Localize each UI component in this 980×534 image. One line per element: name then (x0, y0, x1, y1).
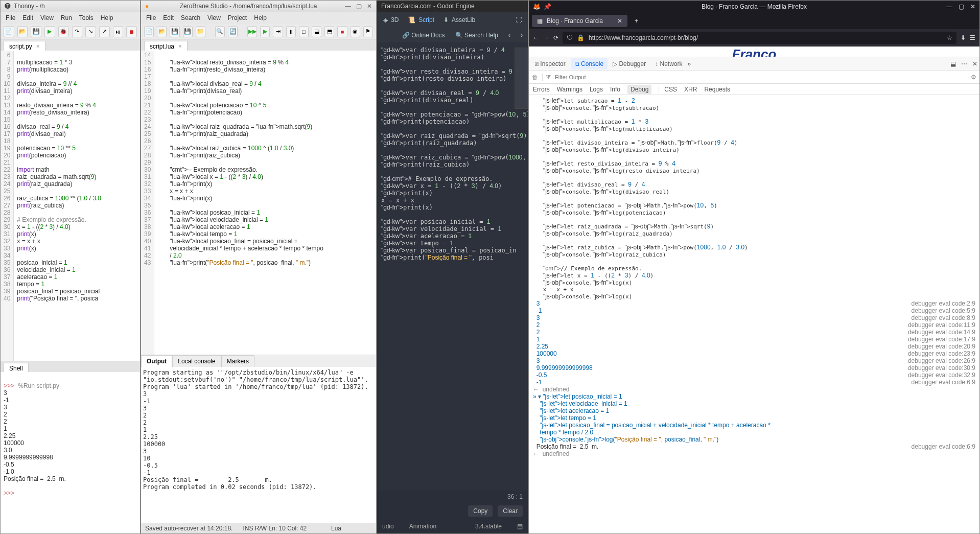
cat-requests[interactable]: Requests (704, 86, 730, 93)
menu-file[interactable]: File (146, 14, 156, 21)
step-into-icon[interactable]: ↘ (85, 26, 96, 37)
zb-local-console-tab[interactable]: Local console (172, 355, 221, 367)
minimap[interactable] (515, 48, 528, 109)
close-icon[interactable]: × (178, 43, 182, 50)
zb-titlebar[interactable]: ● ZeroBrane Studio - /home/franco/tmp/lu… (141, 1, 376, 12)
panel-icon[interactable]: ▤ (517, 523, 523, 530)
step-into-icon[interactable]: ⬓ (312, 26, 321, 37)
menu-file[interactable]: File (6, 14, 15, 21)
replace-icon[interactable]: 🔄 (228, 26, 238, 37)
dt-tab-debugger[interactable]: ▷ Debugger (609, 58, 650, 69)
run-icon[interactable]: ▶ (44, 26, 55, 37)
close-icon[interactable]: ✕ (367, 3, 372, 10)
break-icon[interactable]: ⏸ (286, 26, 296, 37)
minimize-icon[interactable]: — (946, 3, 952, 10)
menu-icon[interactable]: ☰ (970, 34, 975, 41)
cat-logs[interactable]: Logs (590, 86, 603, 93)
godot-script-tab[interactable]: 📜 Script (408, 16, 434, 24)
open-file-icon[interactable]: 📂 (157, 26, 167, 37)
more-tabs-icon[interactable]: » (688, 60, 691, 67)
step-out-icon[interactable]: ⬒ (324, 26, 334, 37)
distraction-free-icon[interactable]: ⛶ (516, 16, 522, 24)
stop-icon[interactable]: ⏹ (126, 26, 137, 37)
audio-tab[interactable]: udio (382, 523, 394, 530)
zb-code[interactable]: "lua-kw">local resto_divisao_inteira = 9… (154, 51, 376, 355)
cat-warnings[interactable]: Warnings (557, 86, 582, 93)
thonny-tab-script[interactable]: script.py× (4, 41, 45, 52)
zb-output-tab[interactable]: Output (141, 355, 172, 367)
cat-info[interactable]: Info (610, 86, 620, 93)
bookmark-star-icon[interactable]: ☆ (947, 34, 952, 41)
menu-run[interactable]: Run (61, 14, 72, 21)
online-docs-link[interactable]: 🔗 Online Docs (402, 32, 445, 39)
new-tab-icon[interactable]: + (631, 17, 642, 25)
back-icon[interactable]: ← (533, 34, 539, 41)
search-help-link[interactable]: 🔍 Search Help (455, 32, 498, 39)
step-over-icon[interactable]: □ (299, 26, 309, 37)
dt-tab-network[interactable]: ↕ Network (651, 58, 686, 69)
thonny-shell[interactable]: >>> %Run script.py 3 -1 3 2 2 1 2.25 100… (1, 372, 140, 533)
dt-more-icon[interactable]: ⋯ (961, 60, 967, 67)
thonny-titlebar[interactable]: 🅣 Thonny - /h (1, 1, 140, 12)
trash-icon[interactable]: 🗑 (532, 74, 538, 81)
dt-tab-inspector[interactable]: ⎚ Inspector (531, 58, 570, 69)
thonny-editor[interactable]: 6 7 8 9 10 11 12 13 14 15 16 17 18 19 20… (1, 51, 140, 361)
cat-errors[interactable]: Errors (533, 86, 550, 93)
chevron-right-icon[interactable]: › (521, 32, 523, 39)
debug-icon[interactable]: ▶ (260, 26, 270, 37)
step-out-icon[interactable]: ↗ (99, 26, 110, 37)
reload-icon[interactable]: ⟳ (553, 34, 558, 41)
menu-help[interactable]: Help (254, 14, 267, 21)
menu-tools[interactable]: Tools (79, 14, 94, 21)
close-icon[interactable]: ✕ (970, 3, 975, 10)
godot-assetlib-tab[interactable]: ⬇ AssetLib (444, 16, 475, 24)
copy-button[interactable]: Copy (468, 505, 493, 517)
open-file-icon[interactable]: 📂 (17, 26, 28, 37)
dt-dock-icon[interactable]: ⬓ (950, 60, 956, 67)
chevron-left-icon[interactable]: ‹ (508, 32, 510, 39)
forward-icon[interactable]: → (543, 34, 549, 41)
project-icon[interactable]: 📁 (196, 26, 205, 37)
save-all-icon[interactable]: 💾 (183, 26, 193, 37)
save-icon[interactable]: 💾 (170, 26, 179, 37)
menu-search[interactable]: Search (181, 14, 200, 21)
filter-input[interactable] (555, 74, 967, 80)
maximize-icon[interactable]: ▢ (959, 3, 964, 10)
menu-edit[interactable]: Edit (163, 14, 174, 21)
minimize-icon[interactable]: — (345, 3, 351, 10)
step-icon[interactable]: ⇥ (273, 26, 283, 37)
new-file-icon[interactable]: 📄 (144, 26, 154, 37)
stop-icon[interactable]: ■ (337, 26, 347, 37)
menu-edit[interactable]: Edit (22, 14, 33, 21)
ff-tab-blog[interactable]: ▦ Blog · Franco Garcia ✕ (532, 15, 627, 27)
zb-tab-script[interactable]: script.lua× (144, 41, 188, 52)
debug-icon[interactable]: 🐞 (58, 26, 69, 37)
animation-tab[interactable]: Animation (409, 523, 436, 530)
close-icon[interactable]: × (36, 43, 40, 50)
menu-view[interactable]: View (40, 14, 54, 21)
console-body[interactable]: "js-let">let subtracao = 1 - 2 "js-obj">… (529, 95, 979, 533)
resume-icon[interactable]: ⏯ (113, 26, 124, 37)
run-icon[interactable]: ▶▶ (247, 26, 257, 37)
thonny-code[interactable]: multiplicacao = 1 * 3 print(multiplicaca… (14, 51, 140, 361)
cat-css[interactable]: CSS (659, 86, 677, 93)
settings-gear-icon[interactable]: ⚙ (971, 74, 976, 81)
save-icon[interactable]: 💾 (31, 26, 41, 37)
menu-view[interactable]: View (207, 14, 221, 21)
cat-debug[interactable]: Debug (627, 85, 651, 94)
zb-editor[interactable]: 14 15 16 17 18 19 20 21 22 23 24 25 26 2… (141, 51, 376, 355)
shield-icon[interactable]: 🛡 (567, 34, 573, 41)
dt-tab-console[interactable]: ⧉ Console (571, 58, 608, 69)
cat-xhr[interactable]: XHR (684, 86, 697, 93)
downloads-icon[interactable]: ⬇ (961, 34, 966, 41)
new-file-icon[interactable]: 📄 (4, 26, 14, 37)
ff-titlebar[interactable]: 🦊 📌 Blog · Franco Garcia — Mozilla Firef… (529, 1, 979, 13)
menu-project[interactable]: Project (228, 14, 247, 21)
find-icon[interactable]: 🔍 (215, 26, 225, 37)
dt-close-icon[interactable]: ✕ (972, 60, 977, 67)
clear-button[interactable]: Clear (498, 505, 523, 517)
step-over-icon[interactable]: ↷ (72, 26, 83, 37)
close-tab-icon[interactable]: ✕ (617, 17, 622, 25)
zb-markers-tab[interactable]: Markers (221, 355, 254, 367)
zb-output[interactable]: Program starting as '"/opt/zbstudio/bin/… (141, 367, 376, 523)
